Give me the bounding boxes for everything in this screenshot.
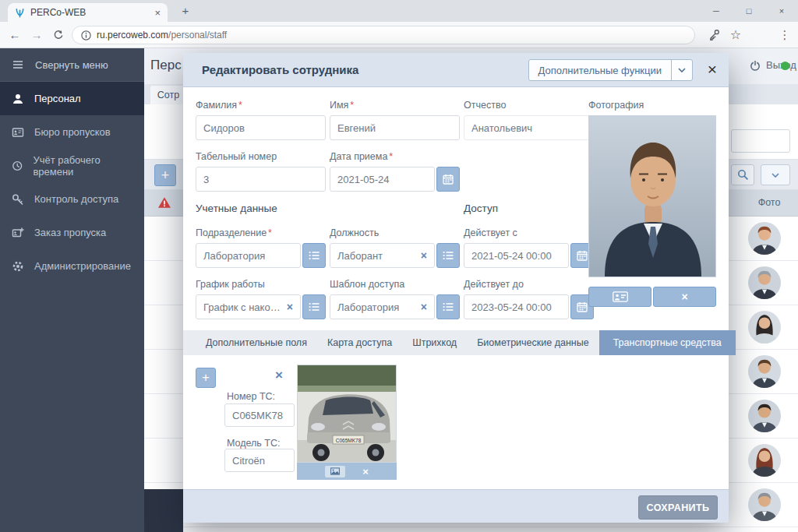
sidebar-item-time-tracking[interactable]: Учёт рабочего времени: [0, 149, 144, 182]
window-close-button[interactable]: ×: [765, 0, 798, 22]
save-button[interactable]: СОХРАНИТЬ: [638, 495, 718, 520]
bookmark-star-icon[interactable]: ☆: [726, 22, 746, 48]
tab-close-icon[interactable]: ×: [154, 7, 161, 19]
perco-favicon: [15, 8, 25, 18]
department-input[interactable]: Лаборатория: [196, 243, 326, 268]
select-list-button[interactable]: [436, 294, 460, 319]
extra-functions-button[interactable]: Дополнительные функции: [528, 59, 693, 81]
clear-icon[interactable]: ×: [287, 301, 293, 313]
sidebar-item-label: Бюро пропусков: [34, 126, 111, 138]
valid-from-label: Действует с: [464, 227, 517, 238]
avatar: [748, 488, 781, 521]
list-icon: [443, 251, 454, 260]
vehicle-model-label: Модель ТС:: [227, 438, 280, 449]
vehicle-photo-actions: ×: [297, 463, 397, 480]
collapse-menu-button[interactable]: Свернуть меню: [0, 48, 144, 82]
plus-icon: +: [161, 167, 170, 184]
vehicle-plate-text: C065MK78: [336, 438, 362, 443]
credentials-section-header: Учетные данные: [196, 203, 277, 214]
list-icon: [309, 302, 320, 312]
clear-icon[interactable]: ×: [421, 301, 427, 313]
sidebar-item-administration[interactable]: Администрирование: [0, 249, 144, 283]
avatar: [748, 266, 781, 299]
select-list-button[interactable]: [302, 294, 326, 319]
valid-from-input[interactable]: 2021-05-24 00:00: [464, 243, 594, 268]
browser-tab[interactable]: PERCo-WEB ×: [8, 3, 168, 22]
valid-to-input[interactable]: 2023-05-24 00:00: [464, 294, 594, 319]
position-label: Должность: [330, 227, 379, 238]
tab-employees[interactable]: Сотр: [150, 86, 186, 104]
sidebar-item-pass-order[interactable]: Заказ пропуска: [0, 216, 144, 249]
warning-icon: [157, 196, 171, 209]
tab-additional-fields[interactable]: Дополнительные поля: [196, 330, 317, 355]
tab-access-card[interactable]: Карта доступа: [317, 330, 402, 355]
remove-vehicle-icon[interactable]: ×: [275, 368, 283, 383]
last-name-value: Сидоров: [203, 122, 318, 134]
valid-to-value: 2023-05-24 00:00: [471, 301, 561, 313]
select-list-button[interactable]: [436, 243, 460, 268]
screen: PERCo-WEB × + ─ □ × ← → ru.percoweb.com/…: [0, 0, 798, 532]
new-tab-button[interactable]: +: [178, 3, 193, 19]
last-name-input[interactable]: Сидоров: [196, 115, 326, 140]
tab-biometric-data[interactable]: Биометрические данные: [467, 330, 599, 355]
browser-toolbar: ← → ru.percoweb.com/personal/staff ☆ ⋮: [0, 22, 798, 48]
hire-date-value: 2021-05-24: [337, 174, 427, 185]
middle-name-input[interactable]: Анатольевич: [464, 115, 594, 140]
position-input[interactable]: Лаборант×: [330, 243, 460, 268]
access-template-input[interactable]: Лаборатория×: [330, 294, 460, 319]
search-button[interactable]: [731, 164, 754, 185]
refresh-icon[interactable]: [48, 22, 69, 48]
tab-employees-label: Сотр: [157, 90, 179, 100]
upload-vehicle-photo-button[interactable]: [325, 466, 345, 477]
add-employee-button[interactable]: +: [154, 164, 176, 186]
sidebar-item-access-control[interactable]: Контроль доступа: [0, 182, 144, 216]
add-vehicle-button[interactable]: +: [196, 368, 216, 388]
password-key-icon[interactable]: [704, 22, 724, 48]
sidebar-item-pass-office[interactable]: Бюро пропусков: [0, 115, 144, 149]
calendar-icon: [577, 250, 588, 261]
clear-icon[interactable]: ×: [421, 249, 427, 262]
vehicle-number-input[interactable]: C065MK78: [224, 403, 295, 427]
hire-date-label: Дата приема: [330, 151, 387, 162]
first-name-input[interactable]: Евгений: [330, 115, 460, 140]
window-minimize-button[interactable]: ─: [700, 0, 733, 22]
remove-vehicle-photo-icon[interactable]: ×: [362, 467, 369, 477]
first-name-value: Евгений: [337, 122, 452, 134]
list-icon: [309, 251, 320, 260]
personnel-number-label: Табельный номер: [196, 151, 277, 162]
sidebar-item-personnel[interactable]: Персонал: [0, 82, 144, 115]
photo-column-header: Фото: [742, 197, 796, 208]
forward-icon[interactable]: →: [26, 22, 47, 48]
power-icon: [750, 60, 761, 71]
browser-menu-icon[interactable]: ⋮: [775, 22, 795, 48]
table-options-dropdown[interactable]: [761, 164, 790, 185]
close-icon: ×: [681, 291, 687, 303]
vehicle-model-input[interactable]: Citroën: [224, 449, 295, 472]
sidebar-item-label: Контроль доступа: [34, 193, 118, 205]
address-bar[interactable]: ru.percoweb.com/personal/staff: [72, 26, 695, 44]
person-card-icon: [613, 291, 628, 302]
calendar-button[interactable]: [436, 167, 460, 192]
window-maximize-button[interactable]: □: [733, 0, 765, 22]
capture-photo-button[interactable]: [588, 287, 651, 307]
pass-order-icon: [12, 227, 24, 239]
personnel-number-input[interactable]: 3: [196, 167, 326, 192]
tab-title: PERCo-WEB: [30, 7, 149, 18]
employee-photo: [588, 115, 716, 277]
avatar: [748, 355, 781, 388]
extra-functions-dropdown[interactable]: [671, 60, 692, 80]
photo-actions: ×: [588, 287, 716, 307]
work-schedule-input[interactable]: График с накоплен...×: [196, 294, 326, 319]
required-asterisk: *: [350, 100, 354, 111]
search-input[interactable]: [731, 129, 790, 153]
browser-titlebar: PERCo-WEB × + ─ □ ×: [0, 0, 798, 22]
back-icon[interactable]: ←: [5, 22, 25, 48]
hire-date-input[interactable]: 2021-05-24: [330, 167, 460, 192]
select-list-button[interactable]: [302, 243, 326, 268]
modal-close-icon[interactable]: ×: [708, 60, 717, 79]
tab-barcode[interactable]: Штрихкод: [402, 330, 467, 355]
gear-icon: [12, 260, 24, 273]
tab-vehicles[interactable]: Транспортные средства: [599, 330, 736, 355]
plus-icon: +: [202, 370, 210, 386]
remove-photo-button[interactable]: ×: [653, 287, 716, 307]
